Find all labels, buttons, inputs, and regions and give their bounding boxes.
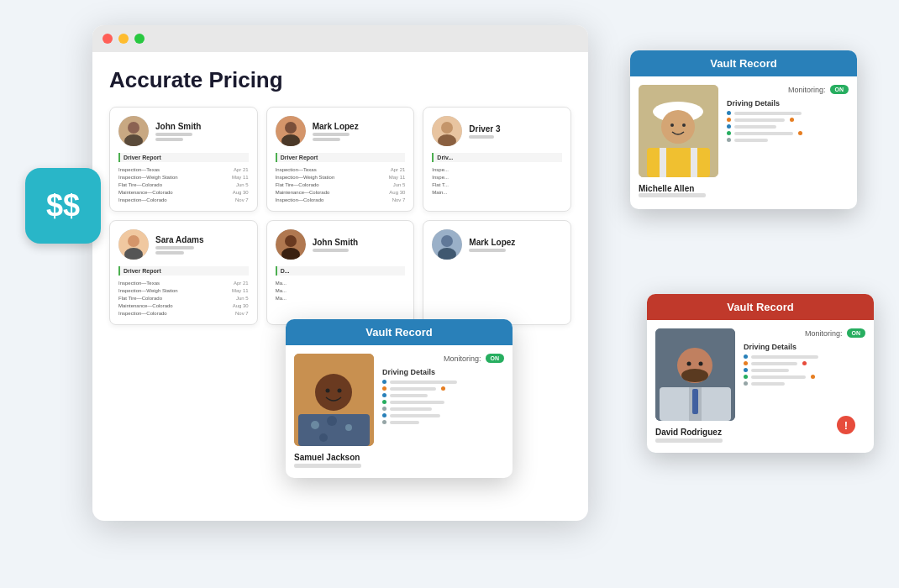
vault-header: Vault Record [286, 319, 513, 345]
report-row: Ma... [276, 288, 406, 293]
detail-row [744, 381, 865, 386]
driver-name: Driver 3 [469, 124, 500, 134]
alert-icon[interactable]: ! [837, 416, 855, 434]
driver-meta: Mark Lopez [469, 238, 515, 252]
detail-dot [382, 400, 386, 404]
window-dot-yellow[interactable] [118, 34, 129, 44]
driver-meta: John Smith [155, 122, 201, 141]
scene: $$ Accurate Pricing [0, 0, 899, 588]
report-rows: Inspection—Texas Apr 21 Inspection—Weigh… [118, 281, 249, 316]
svg-point-30 [315, 374, 352, 411]
driver-card-3[interactable]: Driver 3 Driv... Inspe... Inspe... Flat … [423, 107, 571, 212]
svg-point-37 [319, 433, 328, 442]
driver-card-john-smith-2[interactable]: John Smith D... Ma... Ma... Ma... [266, 220, 415, 325]
detail-dot [382, 407, 386, 411]
dollar-icon: $$ [25, 168, 101, 244]
vault-right: Monitoring: ON Driving Details [382, 354, 504, 470]
vault-record-david: Vault Record [647, 294, 874, 453]
driver-report-label: D... [276, 266, 406, 276]
detail-rows [727, 111, 849, 142]
vault-record-michelle: Vault Record [630, 50, 857, 209]
report-row: Inspection—Weigh Station May 11 [276, 175, 406, 180]
window-dot-green[interactable] [134, 34, 145, 44]
report-row: Inspection—Weigh Station May 11 [118, 288, 249, 293]
driver-meta: Sara Adams [155, 235, 203, 255]
driver-card-sara-adams[interactable]: Sara Adams Driver Report Inspection—Texa… [109, 220, 258, 325]
detail-row [727, 131, 849, 135]
detail-dot [798, 131, 802, 135]
driver-card-john-smith-1[interactable]: John Smith Driver Report Inspection—Texa… [109, 107, 258, 212]
svg-point-24 [682, 123, 686, 127]
report-row: Inspection—Colorado Nov 7 [118, 197, 249, 202]
detail-row [382, 393, 504, 397]
vault-body: Samuel Jackson Monitoring: ON Driving De… [286, 345, 513, 478]
svg-point-7 [441, 122, 453, 134]
detail-dot [727, 131, 731, 135]
detail-bar [390, 414, 440, 417]
report-row: Ma... [276, 281, 406, 286]
detail-row [744, 375, 865, 379]
report-row: Ma... [276, 296, 406, 301]
detail-bar [734, 112, 802, 115]
report-row: Inspection—Texas Apr 21 [276, 167, 406, 172]
detail-row [744, 368, 865, 372]
report-row: Maintenance—Colorado Aug 30 [276, 190, 406, 195]
driver-header: Mark Lopez [276, 116, 406, 146]
detail-rows [744, 354, 865, 386]
driver-name: Sara Adams [155, 235, 203, 244]
detail-row [727, 138, 849, 142]
report-row: Inspection—Weigh Station May 11 [118, 175, 249, 180]
window-dot-red[interactable] [103, 34, 113, 44]
detail-dot [441, 386, 445, 391]
detail-dot [727, 111, 731, 115]
svg-rect-46 [692, 389, 698, 414]
vault-body: Michelle Allen Monitoring: ON Driving De… [630, 76, 857, 209]
svg-point-4 [285, 122, 297, 134]
detail-dot [727, 124, 731, 129]
person-name-michelle: Michelle Allen [639, 181, 718, 193]
detail-bar [751, 362, 797, 365]
svg-point-34 [311, 421, 319, 429]
driver-card-mark-lopez-1[interactable]: Mark Lopez Driver Report Inspection—Texa… [266, 107, 415, 212]
report-row: Inspection—Colorado Nov 7 [118, 311, 249, 316]
detail-dot [382, 413, 386, 417]
vault-header-red: Vault Record [647, 294, 874, 320]
svg-point-13 [285, 235, 297, 247]
detail-row [744, 354, 865, 359]
report-row: Flat Tire—Colorado Jun 5 [276, 182, 406, 187]
vault-photo-samuel [294, 354, 374, 446]
svg-point-23 [670, 123, 674, 127]
meta-line [155, 133, 192, 136]
driver-meta: John Smith [313, 238, 358, 252]
svg-point-42 [687, 362, 691, 366]
detail-row [744, 361, 865, 365]
detail-bar [751, 382, 785, 386]
detail-row [382, 420, 504, 424]
driver-name: John Smith [313, 238, 358, 247]
detail-row [382, 407, 504, 411]
report-row: Inspection—Texas Apr 21 [118, 167, 249, 172]
detail-row [382, 380, 504, 384]
driver-header: John Smith [276, 229, 406, 260]
svg-point-31 [326, 389, 330, 393]
driving-details-label: Driving Details [744, 343, 865, 351]
driver-report-label: Driver Report [118, 266, 249, 276]
detail-bar [734, 139, 768, 142]
report-row: Flat T... [432, 182, 562, 187]
detail-dot [744, 361, 748, 365]
detail-bar [390, 394, 428, 397]
driver-card-mark-lopez-2[interactable]: Mark Lopez [423, 220, 571, 325]
avatar-john-smith-1 [118, 116, 149, 146]
report-row: Inspection—Colorado Nov 7 [276, 197, 406, 202]
svg-point-1 [128, 122, 139, 134]
meta-line [469, 135, 494, 139]
vault-record-samuel: Vault Record [286, 319, 513, 478]
detail-bar [734, 118, 785, 122]
vault-body: David Rodriguez Monitoring: ON Driving D… [647, 320, 874, 453]
detail-bar [734, 125, 776, 129]
detail-row [382, 413, 504, 417]
person-name-david: David Rodriguez [655, 424, 735, 437]
driver-header: Mark Lopez [432, 229, 562, 260]
detail-dot [727, 118, 731, 122]
avatar-sara-adams [118, 229, 149, 260]
